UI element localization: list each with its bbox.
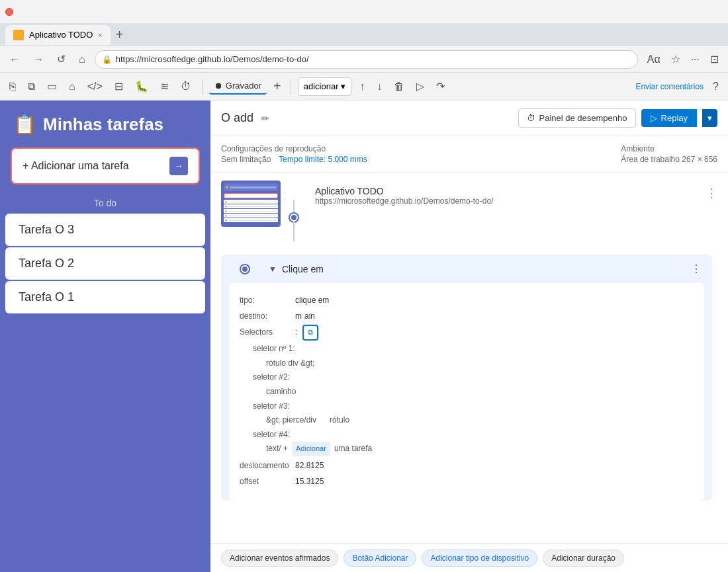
- destino-row: destino: m ain: [240, 309, 694, 324]
- add-task-btn[interactable]: + Adicionar uma tarefa →: [11, 147, 200, 184]
- record-icon: ⏺: [214, 81, 223, 91]
- perf-panel-btn[interactable]: ⏱ Painel de desempenho: [518, 108, 636, 128]
- step-more-icon[interactable]: ⋮: [705, 186, 717, 200]
- tipo-row: tipo: clique em: [240, 294, 694, 308]
- mini-item-1: [224, 200, 278, 204]
- toolbar-btn-bug[interactable]: 🐛: [131, 77, 152, 95]
- add-recording-btn[interactable]: +: [271, 76, 284, 97]
- click-step-more-icon[interactable]: ⋮: [691, 263, 702, 275]
- click-step: ▼ Clique em ⋮ tipo: clique em destino: m…: [221, 255, 712, 501]
- deslocamento-row: deslocamento 82.8125: [240, 459, 694, 473]
- todo-header: 📋 Minhas tarefas: [0, 101, 210, 142]
- gravador-tab[interactable]: ⏺ Gravador: [209, 78, 267, 95]
- add-button-btn[interactable]: Botão Adicionar: [343, 550, 416, 567]
- edit-title-icon[interactable]: ✏: [261, 113, 269, 124]
- delete-btn[interactable]: 🗑: [390, 78, 408, 95]
- tipo-value: clique em: [295, 294, 329, 308]
- action-dropdown[interactable]: adicionar ▾: [298, 77, 352, 96]
- add-duration-btn[interactable]: Adicionar duração: [543, 550, 624, 567]
- close-window-btn[interactable]: [5, 8, 13, 16]
- forward-btn[interactable]: →: [29, 51, 48, 68]
- todo-item-1[interactable]: Tarefa O 1: [5, 281, 205, 313]
- seletor4-label: seletor #4:: [253, 430, 290, 439]
- nav-bar: ← → ↺ ⌂ 🔒 https://microsoftedge.github.i…: [0, 46, 728, 73]
- step-app-name: Aplicativo TODO: [315, 186, 493, 196]
- click-step-container: ▼ Clique em ⋮ tipo: clique em destino: m…: [210, 255, 728, 501]
- recorder-header: O add ✏ ⏱ Painel de desempenho ▷ Replay …: [210, 101, 728, 136]
- todo-item-3[interactable]: Tarefa O 3: [5, 214, 205, 246]
- move-up-btn[interactable]: ↑: [355, 78, 369, 95]
- active-tab[interactable]: Aplicativo TODO ×: [5, 25, 111, 45]
- seletor4-badge: Adicionar: [292, 442, 330, 456]
- redo-btn[interactable]: ↷: [432, 77, 449, 95]
- add-task-arrow-icon: →: [169, 157, 188, 175]
- toolbar-btn-perf[interactable]: ⏱: [177, 78, 195, 95]
- mini-header: [224, 183, 278, 191]
- traffic-lights: [5, 8, 13, 16]
- seletor3-values: &gt; pierce/div rótulo: [240, 413, 694, 428]
- dropdown-chevron-icon: ▾: [341, 81, 345, 91]
- browser-more-btn[interactable]: ···: [687, 50, 704, 68]
- collapse-icon[interactable]: ▼: [269, 265, 277, 274]
- destino-value-2: ain: [304, 309, 315, 324]
- offset-value: 15.3125: [295, 475, 324, 489]
- read-aloud-btn[interactable]: Aα: [643, 50, 664, 68]
- deslocamento-value: 82.8125: [295, 459, 324, 473]
- favorites-btn[interactable]: ☆: [667, 50, 684, 68]
- selector-icon-btn[interactable]: ⧉: [302, 325, 318, 341]
- timeline-area: Aplicativo TODO https://microsoftedge.gi…: [210, 173, 728, 544]
- seletor3-val1: &gt; pierce/div: [266, 415, 316, 425]
- step-app-detail: Aplicativo TODO https://microsoftedge.gi…: [307, 181, 717, 206]
- send-feedback-link[interactable]: Enviar comentários: [635, 82, 704, 91]
- toolbar-right: Enviar comentários ?: [635, 78, 723, 95]
- toolbar-btn-layers[interactable]: ⊟: [111, 77, 127, 95]
- move-down-btn[interactable]: ↓: [373, 78, 386, 95]
- browser-settings-btn[interactable]: ⊡: [706, 50, 723, 68]
- perf-icon: ⏱: [527, 113, 535, 123]
- seletor2-row: seletor #2:: [240, 370, 694, 385]
- play-btn[interactable]: ▷: [412, 77, 428, 95]
- selectors-label: Selectors: [240, 325, 293, 340]
- step-url: https://microsoftedge.github.io/Demos/de…: [315, 196, 493, 206]
- toolbar-btn-2[interactable]: ⧉: [24, 78, 39, 95]
- mini-item-4: [224, 214, 278, 218]
- env-label: Ambiente: [621, 144, 717, 153]
- address-bar[interactable]: 🔒 https://microsoftedge.github.io/Demos/…: [95, 50, 638, 69]
- back-btn[interactable]: ←: [5, 51, 24, 68]
- home-btn[interactable]: ⌂: [75, 51, 89, 68]
- tab-close-btn[interactable]: ×: [98, 31, 102, 39]
- perf-label: Painel de desempenho: [539, 113, 627, 123]
- timeline-connector-1: [281, 181, 307, 241]
- recorder-panel: O add ✏ ⏱ Painel de desempenho ▷ Replay …: [210, 101, 728, 572]
- todo-app-icon: 📋: [13, 114, 36, 136]
- header-actions: ⏱ Painel de desempenho ▷ Replay ▾: [518, 108, 717, 128]
- replay-btn[interactable]: ▷ Replay: [641, 109, 697, 127]
- play-icon: ▷: [651, 113, 657, 123]
- replay-dropdown-btn[interactable]: ▾: [702, 109, 717, 127]
- todo-items-list: Tarefa O 3 Tarefa O 2 Tarefa O 1: [0, 214, 210, 313]
- mini-item-3: [224, 209, 278, 213]
- seletor1-label: seletor nº 1:: [253, 344, 295, 353]
- toolbar-btn-code[interactable]: </>: [83, 78, 107, 95]
- toolbar-btn-1[interactable]: ⎘: [5, 78, 20, 95]
- new-tab-btn[interactable]: +: [111, 27, 129, 42]
- deslocamento-label: deslocamento: [240, 459, 293, 473]
- help-btn[interactable]: ?: [709, 78, 723, 95]
- toolbar-btn-wifi[interactable]: ≋: [156, 77, 173, 95]
- config-section: Configurações de reprodução Sem limitaçã…: [210, 136, 728, 173]
- todo-item-2[interactable]: Tarefa O 2: [5, 247, 205, 280]
- destino-value-1: m: [295, 309, 302, 324]
- toolbar-btn-3[interactable]: ▭: [43, 77, 61, 95]
- destino-label: destino:: [240, 309, 293, 324]
- seletor3-label: seletor #3:: [253, 401, 290, 411]
- mini-todo-preview: [221, 181, 281, 227]
- step-thumbnail: [221, 181, 281, 227]
- refresh-btn[interactable]: ↺: [53, 50, 69, 68]
- add-task-label: + Adicionar uma tarefa: [23, 160, 129, 172]
- seletor3-val2: rótulo: [330, 415, 349, 425]
- add-device-type-btn[interactable]: Adicionar tipo de dispositivo: [422, 550, 537, 567]
- mini-item-2: [224, 204, 278, 208]
- add-affirmed-events-btn[interactable]: Adicionar eventos afirmados: [221, 550, 338, 567]
- recording-title: O add: [221, 111, 253, 125]
- toolbar-btn-home[interactable]: ⌂: [65, 78, 79, 95]
